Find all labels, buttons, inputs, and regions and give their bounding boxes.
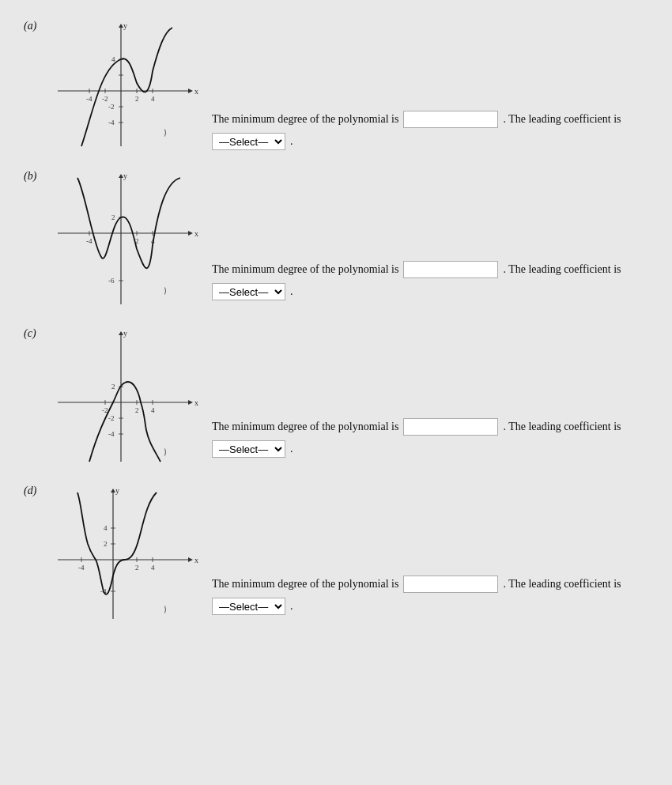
- period-c: .: [290, 443, 293, 455]
- question-line-c: The minimum degree of the polynomial is …: [212, 418, 648, 458]
- period-d: .: [290, 600, 293, 613]
- svg-text:y: y: [123, 172, 127, 180]
- svg-text:2: 2: [135, 406, 139, 414]
- graph-c-svg: -2 2 4 2 -2 -4 x y i: [46, 323, 196, 462]
- svg-text:y: y: [115, 486, 119, 495]
- question-area-a: The minimum degree of the polynomial is …: [204, 16, 648, 150]
- min-degree-text-a: The minimum degree of the polynomial is: [212, 113, 398, 126]
- graph-area-b: -4 2 4 2 -6 x y i: [46, 166, 204, 308]
- leading-coeff-text-d: . The leading coefficient is: [503, 578, 621, 591]
- problem-b: (b) -4 2 4 2 -6 x y: [24, 166, 648, 308]
- svg-text:-4: -4: [108, 430, 115, 438]
- min-degree-input-a[interactable]: [403, 111, 498, 128]
- svg-text:-4: -4: [108, 119, 115, 126]
- svg-text:2: 2: [135, 564, 139, 572]
- info-icon-b[interactable]: i: [164, 285, 166, 298]
- question-line-d: The minimum degree of the polynomial is …: [212, 576, 648, 615]
- svg-text:-2: -2: [102, 95, 108, 103]
- svg-text:2: 2: [104, 540, 108, 548]
- svg-text:y: y: [123, 329, 127, 338]
- leading-coeff-select-c[interactable]: —Select— positive negative: [212, 440, 285, 458]
- min-degree-input-c[interactable]: [403, 418, 498, 436]
- svg-marker-2: [188, 89, 193, 93]
- problem-c: (c) -2 2 4 2 -2 -4 x y: [24, 323, 648, 465]
- svg-text:x: x: [194, 556, 198, 564]
- leading-coeff-text-b: . The leading coefficient is: [503, 263, 621, 276]
- leading-coeff-select-a[interactable]: —Select— positive negative: [212, 133, 285, 150]
- label-b: (b): [24, 166, 46, 183]
- leading-coeff-text-a: . The leading coefficient is: [503, 113, 621, 126]
- label-c: (c): [24, 323, 46, 340]
- label-a: (a): [24, 16, 46, 32]
- svg-text:2: 2: [111, 213, 115, 221]
- problem-d: (d) -4 2 4 4 2 -4 x y: [24, 481, 648, 626]
- graph-b-svg: -4 2 4 2 -6 x y i: [46, 166, 196, 304]
- svg-text:2: 2: [111, 383, 115, 391]
- svg-text:-4: -4: [78, 564, 85, 572]
- svg-text:4: 4: [151, 95, 155, 103]
- period-b: .: [290, 285, 293, 298]
- question-line-a: The minimum degree of the polynomial is …: [212, 111, 648, 150]
- svg-text:4: 4: [151, 406, 155, 414]
- svg-marker-39: [188, 400, 193, 405]
- svg-text:-4: -4: [86, 95, 92, 103]
- graph-area-c: -2 2 4 2 -2 -4 x y i: [46, 323, 204, 465]
- svg-text:-2: -2: [108, 414, 115, 422]
- graph-area-d: -4 2 4 4 2 -4 x y i: [46, 481, 204, 626]
- info-icon-a[interactable]: i: [164, 126, 166, 140]
- svg-text:x: x: [194, 87, 198, 96]
- svg-text:2: 2: [135, 95, 139, 103]
- svg-text:4: 4: [151, 564, 155, 572]
- graph-d-svg: -4 2 4 4 2 -4 x y i: [46, 481, 196, 623]
- question-area-b: The minimum degree of the polynomial is …: [204, 166, 648, 300]
- leading-coeff-text-c: . The leading coefficient is: [503, 421, 621, 433]
- svg-text:x: x: [194, 229, 198, 238]
- label-d: (d): [24, 481, 46, 497]
- min-degree-input-b[interactable]: [403, 261, 498, 278]
- svg-text:-2: -2: [102, 406, 108, 414]
- leading-coeff-select-b[interactable]: —Select— positive negative: [212, 283, 285, 300]
- svg-text:4: 4: [111, 55, 115, 63]
- question-line-b: The minimum degree of the polynomial is …: [212, 261, 648, 300]
- svg-text:x: x: [194, 398, 198, 407]
- leading-coeff-select-d[interactable]: —Select— positive negative: [212, 598, 285, 615]
- svg-text:4: 4: [104, 524, 108, 532]
- info-icon-d[interactable]: i: [164, 603, 166, 617]
- svg-marker-23: [188, 231, 193, 236]
- svg-text:-6: -6: [108, 277, 115, 285]
- svg-text:-4: -4: [86, 237, 92, 245]
- min-degree-text-b: The minimum degree of the polynomial is: [212, 263, 398, 276]
- info-icon-c[interactable]: i: [164, 446, 166, 459]
- min-degree-input-d[interactable]: [403, 576, 498, 593]
- svg-marker-57: [188, 557, 193, 562]
- svg-text:y: y: [123, 21, 127, 30]
- question-area-c: The minimum degree of the polynomial is …: [204, 323, 648, 458]
- graph-area-a: -4 -2 2 4 4 -2 -4 x y: [46, 16, 204, 149]
- problem-a: (a) -4 -2 2 4 4: [24, 16, 648, 150]
- min-degree-text-c: The minimum degree of the polynomial is: [212, 421, 398, 433]
- graph-a-svg: -4 -2 2 4 4 -2 -4 x y: [46, 16, 196, 146]
- min-degree-text-d: The minimum degree of the polynomial is: [212, 578, 398, 591]
- svg-text:-2: -2: [108, 103, 115, 111]
- question-area-d: The minimum degree of the polynomial is …: [204, 481, 648, 615]
- period-a: .: [290, 135, 293, 148]
